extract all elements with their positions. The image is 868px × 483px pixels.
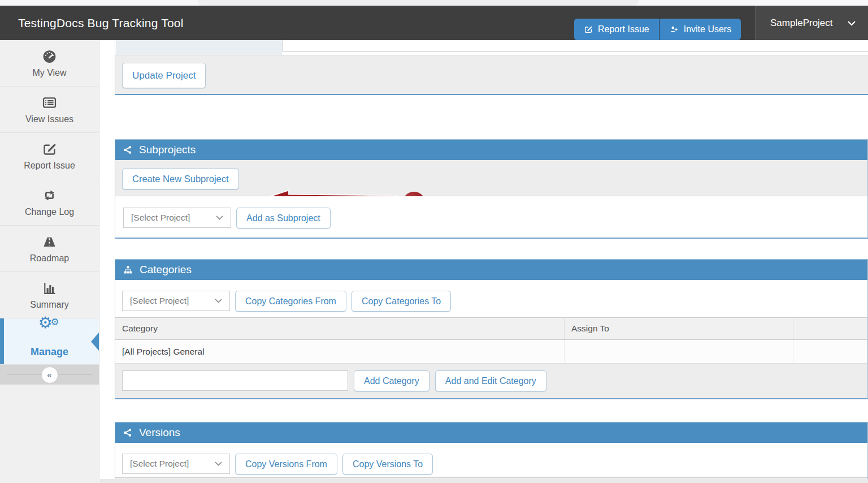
copy-versions-to-button[interactable]: Copy Versions To — [342, 454, 433, 475]
edit-pencil-icon — [42, 141, 57, 157]
categories-panel: Categories [Select Project] Copy Categor… — [115, 259, 868, 399]
sidebar: My View View Issues Report Issue Change … — [0, 40, 99, 483]
chevron-down-icon — [215, 462, 222, 467]
category-cell: [All Projects] General — [115, 340, 565, 363]
add-as-subproject-button[interactable]: Add as Subproject — [236, 208, 331, 228]
share-alt-icon — [123, 428, 133, 438]
project-selector-value: SampleProject — [770, 18, 833, 29]
column-header-category: Category — [115, 318, 565, 339]
sidebar-collapse-band: « — [0, 365, 99, 385]
subprojects-panel-header: Subprojects — [115, 140, 867, 160]
categories-project-select[interactable]: [Select Project] — [122, 291, 230, 311]
categories-panel-header: Categories — [115, 260, 867, 280]
sidebar-item-summary[interactable]: Summary — [0, 272, 99, 318]
form-label-cell — [116, 40, 282, 55]
sidebar-item-label: Summary — [30, 300, 68, 310]
add-category-button[interactable]: Add Category — [354, 370, 429, 391]
sidebar-item-label: Report Issue — [24, 161, 75, 171]
road-icon — [42, 234, 57, 249]
bar-chart-icon — [42, 281, 57, 296]
new-category-input[interactable] — [122, 370, 348, 391]
invite-users-button[interactable]: Invite Users — [659, 19, 741, 40]
subprojects-create-row: Create New Subproject 1 — [115, 160, 867, 196]
sidebar-item-manage[interactable]: ⚙⚙ Manage — [0, 318, 99, 365]
subprojects-add-row: [Select Project] Add as Subproject — [115, 196, 867, 238]
chevron-down-icon — [215, 299, 222, 304]
sidebar-item-label: Change Log — [25, 207, 74, 217]
user-plus-icon — [669, 25, 679, 34]
invite-users-label: Invite Users — [684, 24, 731, 34]
gears-icon: ⚙⚙ — [37, 325, 62, 342]
sidebar-item-view-issues[interactable]: View Issues — [0, 87, 99, 133]
top-strip-inner — [198, 0, 639, 6]
categories-title: Categories — [140, 264, 192, 276]
actions-cell — [793, 340, 867, 363]
bottom-strip — [100, 479, 868, 483]
report-issue-button[interactable]: Report Issue — [574, 19, 659, 40]
sidebar-item-report-issue[interactable]: Report Issue — [0, 133, 99, 179]
edit-pencil-icon — [584, 25, 593, 34]
app-header: TestingDocs Bug Tracking Tool Report Iss… — [0, 6, 868, 40]
copy-categories-to-button[interactable]: Copy Categories To — [351, 291, 451, 312]
sidebar-item-roadmap[interactable]: Roadmap — [0, 226, 99, 272]
create-new-subproject-button[interactable]: Create New Subproject — [122, 169, 239, 189]
subprojects-panel: Subprojects Create New Subproject 1 [Sel… — [115, 139, 868, 239]
categories-toolbar: [Select Project] Copy Categories From Co… — [115, 280, 867, 317]
subprojects-title: Subprojects — [139, 144, 196, 156]
categories-add-row: Add Category Add and Edit Category — [115, 364, 867, 398]
project-description-input[interactable] — [282, 40, 868, 52]
select-value: [Select Project] — [130, 459, 189, 469]
versions-panel-header: Versions — [115, 422, 867, 443]
header-action-group: Report Issue Invite Users — [574, 19, 741, 40]
sidebar-collapse-button[interactable]: « — [41, 366, 58, 383]
list-icon — [42, 95, 57, 110]
versions-panel: Versions [Select Project] Copy Versions … — [115, 422, 868, 483]
sidebar-item-label: Roadmap — [30, 253, 69, 264]
sidebar-item-label: Manage — [31, 346, 68, 358]
table-row: [All Projects] General — [115, 340, 867, 364]
select-value: [Select Project] — [131, 213, 190, 223]
sidebar-item-my-view[interactable]: My View — [0, 40, 99, 87]
column-header-actions — [793, 318, 867, 339]
sidebar-item-label: View Issues — [25, 114, 73, 124]
subproject-select[interactable]: [Select Project] — [123, 208, 231, 228]
copy-categories-from-button[interactable]: Copy Categories From — [235, 291, 346, 312]
select-value: [Select Project] — [130, 296, 189, 306]
versions-title: Versions — [139, 426, 180, 439]
categories-table-header: Category Assign To — [115, 317, 867, 340]
project-selector[interactable]: SampleProject — [755, 6, 868, 40]
share-alt-icon — [123, 145, 133, 155]
sidebar-item-label: My View — [32, 68, 66, 78]
sitemap-icon — [123, 265, 133, 275]
gauge-icon — [42, 49, 57, 64]
chevron-down-icon — [216, 215, 223, 221]
update-project-button[interactable]: Update Project — [122, 63, 206, 88]
project-form-panel: Update Project — [115, 40, 868, 95]
column-header-assign-to: Assign To — [565, 318, 793, 339]
report-issue-label: Report Issue — [598, 24, 649, 34]
top-strip — [0, 0, 868, 6]
app-screen: TestingDocs Bug Tracking Tool Report Iss… — [0, 0, 868, 483]
assign-to-cell — [565, 340, 793, 363]
project-form-footer: Update Project — [115, 55, 868, 95]
chevron-down-icon — [848, 21, 856, 26]
retweet-icon — [41, 188, 58, 203]
versions-project-select[interactable]: [Select Project] — [122, 454, 230, 474]
app-title: TestingDocs Bug Tracking Tool — [18, 6, 184, 40]
add-and-edit-category-button[interactable]: Add and Edit Category — [435, 370, 546, 391]
sidebar-item-change-log[interactable]: Change Log — [0, 179, 99, 226]
copy-versions-from-button[interactable]: Copy Versions From — [235, 454, 337, 475]
versions-toolbar: [Select Project] Copy Versions From Copy… — [115, 443, 867, 477]
